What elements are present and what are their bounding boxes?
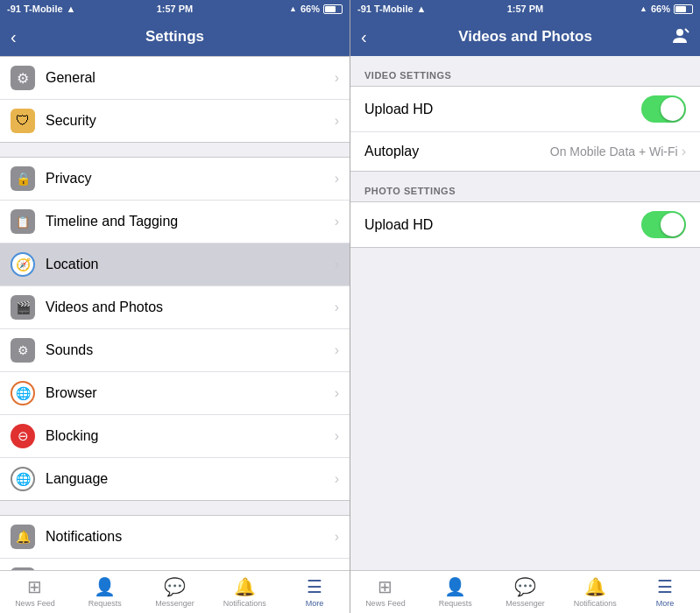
tab-news-feed[interactable]: ⊞ News Feed (0, 573, 70, 611)
tab-notifications-label: Notifications (223, 599, 266, 608)
location-icon: 🧭 (11, 252, 35, 277)
more-icon: ☰ (307, 576, 322, 597)
tab-more[interactable]: ☰ More (279, 573, 350, 611)
right-tab-messenger[interactable]: 💬 Messenger (491, 573, 561, 611)
gear-icon: ⚙ (11, 66, 35, 90)
left-back-button[interactable]: ‹ (11, 27, 17, 47)
browser-icon: 🌐 (11, 381, 35, 405)
chevron-icon-privacy: › (335, 171, 339, 187)
right-tab-requests-label: Requests (439, 599, 472, 608)
photo-settings-header: PHOTO SETTINGS (350, 172, 700, 201)
settings-item-blocking[interactable]: ⊖ Blocking › (0, 415, 350, 458)
autoplay-row[interactable]: Autoplay On Mobile Data + Wi-Fi › (350, 132, 700, 171)
settings-label-blocking: Blocking (46, 428, 335, 444)
sounds-icon: ⚙ (11, 338, 35, 363)
right-status-left: -91 T-Mobile ▲ (357, 4, 426, 14)
video-settings-header: VIDEO SETTINGS (350, 56, 700, 86)
right-tab-more[interactable]: ☰ More (630, 573, 700, 611)
settings-label-notifications: Notifications (46, 529, 335, 545)
tagging-icon: 📋 (11, 209, 35, 234)
left-tab-bar: ⊞ News Feed 👤 Requests 💬 Messenger 🔔 Not… (0, 570, 350, 613)
settings-item-general[interactable]: ⚙ General › (0, 57, 350, 100)
settings-label-sounds: Sounds (46, 342, 335, 358)
right-time: 1:57 PM (507, 4, 544, 14)
settings-list-privacy: 🔒 Privacy › 📋 Timeline and Tagging › 🧭 L… (0, 157, 350, 501)
requests-icon: 👤 (94, 576, 116, 597)
settings-item-security[interactable]: 🛡 Security › (0, 100, 350, 142)
settings-item-privacy[interactable]: 🔒 Privacy › (0, 158, 350, 201)
right-tab-bar: ⊞ News Feed 👤 Requests 💬 Messenger 🔔 Not… (350, 570, 700, 613)
chevron-icon-security: › (335, 113, 339, 129)
svg-line-1 (685, 29, 689, 32)
right-nav-bar: ‹ Videos and Photos (350, 18, 700, 56)
right-profile-button[interactable] (670, 25, 689, 49)
settings-item-language[interactable]: 🌐 Language › (0, 458, 350, 500)
photo-settings-section: PHOTO SETTINGS Upload HD (350, 172, 700, 248)
settings-label-browser: Browser (46, 385, 335, 401)
svg-point-0 (676, 29, 683, 36)
settings-label-security: Security (46, 113, 335, 129)
right-signal-arrow-icon: ▲ (640, 4, 647, 13)
left-wifi-icon: ▲ (67, 4, 76, 14)
chevron-icon-language: › (335, 471, 339, 487)
tab-requests-label: Requests (88, 599, 122, 608)
right-tab-more-label: More (656, 599, 675, 608)
right-messenger-icon: 💬 (514, 576, 536, 597)
right-wifi-icon: ▲ (417, 4, 427, 14)
right-requests-icon: 👤 (444, 576, 466, 597)
right-notifications-tab-icon: 🔔 (584, 576, 606, 597)
right-tab-notifications[interactable]: 🔔 Notifications (560, 573, 630, 611)
right-battery-pct: 66% (651, 4, 670, 14)
photo-upload-hd-row: Upload HD (350, 202, 700, 247)
left-status-right: ▲ 66% (289, 4, 343, 14)
chevron-icon-browser: › (335, 385, 339, 401)
tab-requests[interactable]: 👤 Requests (70, 573, 140, 611)
settings-label-privacy: Privacy (46, 171, 335, 187)
video-upload-hd-toggle[interactable] (641, 95, 686, 123)
settings-group-notifications: 🔔 Notifications › 💬 Text Messaging › (0, 515, 350, 570)
right-battery-icon (674, 4, 693, 14)
person-icon (670, 25, 689, 45)
tab-news-feed-label: News Feed (15, 599, 55, 608)
settings-item-videos-photos[interactable]: 🎬 Videos and Photos › (0, 286, 350, 329)
language-icon: 🌐 (11, 467, 35, 491)
left-panel: -91 T-Mobile ▲ 1:57 PM ▲ 66% ‹ Settings … (0, 0, 350, 613)
left-battery-pct: 66% (301, 4, 320, 14)
toggle-knob-video-hd (661, 97, 684, 121)
tab-messenger[interactable]: 💬 Messenger (140, 573, 210, 611)
chevron-icon-videos: › (335, 299, 339, 315)
video-upload-hd-label: Upload HD (364, 102, 433, 117)
left-battery-icon (323, 4, 343, 14)
chevron-icon-notifications: › (335, 529, 339, 545)
settings-group-privacy: 🔒 Privacy › 📋 Timeline and Tagging › 🧭 L… (0, 157, 350, 501)
right-status-bar: -91 T-Mobile ▲ 1:57 PM ▲ 66% (350, 0, 700, 18)
right-back-button[interactable]: ‹ (361, 27, 367, 47)
video-icon: 🎬 (11, 295, 35, 320)
settings-label-language: Language (46, 471, 335, 487)
autoplay-value: On Mobile Data + Wi-Fi (550, 144, 678, 159)
right-tab-news-feed[interactable]: ⊞ News Feed (350, 573, 421, 611)
autoplay-value-container: On Mobile Data + Wi-Fi › (550, 144, 686, 159)
right-tab-requests[interactable]: 👤 Requests (421, 573, 491, 611)
right-panel: -91 T-Mobile ▲ 1:57 PM ▲ 66% ‹ Videos an… (350, 0, 700, 613)
photo-upload-hd-toggle[interactable] (641, 211, 686, 238)
settings-item-timeline-tagging[interactable]: 📋 Timeline and Tagging › (0, 201, 350, 243)
settings-item-browser[interactable]: 🌐 Browser › (0, 372, 350, 415)
tab-notifications[interactable]: 🔔 Notifications (209, 573, 279, 611)
autoplay-chevron-icon: › (682, 144, 686, 159)
left-status-bar: -91 T-Mobile ▲ 1:57 PM ▲ 66% (0, 0, 350, 18)
tab-messenger-label: Messenger (155, 599, 194, 608)
settings-item-text-messaging[interactable]: 💬 Text Messaging › (0, 559, 350, 570)
settings-label-timeline: Timeline and Tagging (46, 214, 335, 229)
settings-item-location[interactable]: 🧭 Location › (0, 243, 350, 286)
left-scroll-area: ⚙ General › 🛡 Security › 🔒 Privacy › (0, 56, 350, 570)
toggle-knob-photo-hd (661, 213, 684, 236)
settings-item-sounds[interactable]: ⚙ Sounds › (0, 329, 350, 372)
left-battery-fill (325, 6, 336, 12)
settings-item-notifications[interactable]: 🔔 Notifications › (0, 516, 350, 559)
shield-icon: 🛡 (11, 109, 35, 133)
right-tab-news-feed-label: News Feed (365, 599, 406, 608)
settings-label-location: Location (46, 257, 335, 272)
news-feed-icon: ⊞ (27, 576, 42, 597)
settings-list-general: ⚙ General › 🛡 Security › (0, 56, 350, 143)
